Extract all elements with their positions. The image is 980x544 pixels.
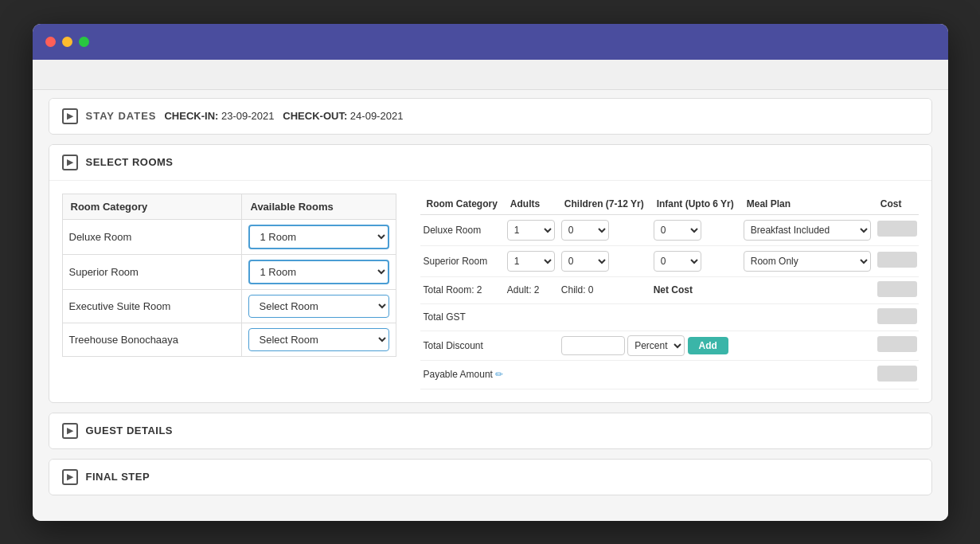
right-col-adults: Adults: [504, 194, 558, 215]
right-col-children: Children (7-12 Yr): [558, 194, 650, 215]
children-select-0[interactable]: 0123: [561, 220, 609, 241]
stay-dates-label: STAY DATES: [86, 110, 157, 122]
left-row-category-1: Superior Room: [62, 254, 242, 289]
right-meal-0: Breakfast IncludedRoom OnlyHalf BoardFul…: [740, 214, 874, 245]
checkout-label: CHECK-OUT:: [283, 110, 347, 122]
summary-totals-row: Total Room: 2Adult: 2Child: 0Net Cost: [420, 276, 919, 303]
select-rooms-header[interactable]: ▶ SELECT ROOMS: [49, 145, 931, 180]
right-children-0: 0123: [558, 214, 650, 245]
dates-info: CHECK-IN: 23-09-2021 CHECK-OUT: 24-09-20…: [164, 110, 403, 122]
stay-dates-icon: ▶: [62, 108, 78, 124]
final-step-title: FINAL STEP: [86, 471, 150, 483]
right-infant-1: 0123: [650, 245, 740, 276]
select-rooms-icon: ▶: [62, 155, 78, 170]
total-gst-row: Total GST: [420, 303, 919, 331]
discount-input[interactable]: [561, 336, 625, 355]
disc-cost: [874, 331, 919, 360]
infant-select-0[interactable]: 0123: [654, 220, 701, 241]
adults-select-0[interactable]: 1234: [507, 220, 555, 241]
left-row-category-2: Executive Suite Room: [62, 289, 242, 323]
room-select-3[interactable]: Select Room1 Room2 Rooms3 Rooms: [248, 328, 388, 351]
guest-details-icon: ▶: [62, 423, 78, 439]
discount-type-select[interactable]: PercentFixed: [627, 335, 685, 356]
right-col-meal: Meal Plan: [740, 194, 874, 215]
total-children: Child: 0: [558, 276, 650, 303]
right-infant-0: 0123: [650, 214, 740, 245]
payable-amount-label: Payable Amount ✏: [420, 360, 874, 389]
titlebar: [33, 24, 948, 60]
children-select-1[interactable]: 0123: [561, 251, 609, 272]
add-discount-button[interactable]: Add: [688, 337, 728, 354]
browser-window: ▶ STAY DATES CHECK-IN: 23-09-2021 CHECK-…: [33, 24, 948, 521]
final-step-icon: ▶: [62, 469, 78, 485]
net-cost: [874, 276, 919, 303]
rooms-content: Room Category Available Rooms Deluxe Roo…: [49, 181, 931, 402]
right-adults-1: 1234: [504, 245, 558, 276]
guest-details-header[interactable]: ▶ GUEST DETAILS: [49, 413, 931, 448]
left-row-select-1: Select Room1 Room2 Rooms3 Rooms: [242, 254, 396, 289]
address-bar: [33, 60, 948, 90]
select-rooms-section: ▶ SELECT ROOMS Room Category Available R…: [49, 144, 932, 403]
payable-amount-row: Payable Amount ✏: [420, 360, 919, 389]
right-col-infant: Infant (Upto 6 Yr): [650, 194, 740, 215]
left-room-table: Room Category Available Rooms Deluxe Roo…: [62, 194, 396, 389]
minimize-dot[interactable]: [62, 37, 72, 47]
total-discount-row: Total Discount PercentFixed Add: [420, 331, 919, 360]
left-row-select-3: Select Room1 Room2 Rooms3 Rooms: [242, 323, 396, 356]
meal-select-1[interactable]: Room OnlyBreakfast IncludedHalf BoardFul…: [744, 251, 871, 272]
adults-select-1[interactable]: 1234: [507, 251, 555, 272]
payable-edit-icon[interactable]: ✏: [495, 369, 503, 380]
room-select-0[interactable]: Select Room1 Room2 Rooms3 Rooms: [248, 225, 388, 249]
final-step-section: ▶ FINAL STEP: [49, 459, 932, 495]
total-discount-label: Total Discount: [420, 331, 558, 360]
room-select-2[interactable]: Select Room1 Room2 Rooms3 Rooms: [248, 295, 388, 318]
right-room-table: Room Category Adults Children (7-12 Yr) …: [420, 194, 919, 389]
guest-details-title: GUEST DETAILS: [86, 425, 174, 436]
left-row-select-0: Select Room1 Room2 Rooms3 Rooms: [242, 219, 396, 254]
right-cost-1: [874, 245, 919, 276]
right-meal-1: Room OnlyBreakfast IncludedHalf BoardFul…: [740, 245, 874, 276]
guest-details-section: ▶ GUEST DETAILS: [49, 413, 932, 449]
select-rooms-title: SELECT ROOMS: [86, 156, 174, 168]
right-children-1: 0123: [558, 245, 650, 276]
infant-select-1[interactable]: 0123: [654, 251, 701, 272]
right-col-category: Room Category: [420, 194, 504, 215]
room-select-1[interactable]: Select Room1 Room2 Rooms3 Rooms: [248, 260, 388, 284]
right-adults-0: 1234: [504, 214, 558, 245]
total-rooms: Total Room: 2: [420, 276, 504, 303]
right-table-row-0: Deluxe Room123401230123Breakfast Include…: [420, 214, 919, 245]
right-table-row-1: Superior Room123401230123Room OnlyBreakf…: [420, 245, 919, 276]
pay-cost: [874, 360, 919, 389]
final-step-header[interactable]: ▶ FINAL STEP: [49, 460, 931, 495]
right-cost-0: [874, 214, 919, 245]
left-row-category-0: Deluxe Room: [62, 219, 242, 254]
left-col2-header: Available Rooms: [242, 194, 396, 219]
discount-input-cell: PercentFixed Add: [558, 331, 874, 360]
right-cat-0: Deluxe Room: [420, 214, 504, 245]
net-cost-label: Net Cost: [650, 276, 874, 303]
checkout-value: 24-09-2021: [350, 110, 404, 122]
maximize-dot[interactable]: [79, 37, 89, 47]
gst-cost: [874, 303, 919, 331]
meal-select-0[interactable]: Breakfast IncludedRoom OnlyHalf BoardFul…: [744, 220, 871, 241]
close-dot[interactable]: [45, 37, 56, 47]
left-col1-header: Room Category: [62, 194, 242, 219]
total-gst-label: Total GST: [420, 303, 874, 331]
right-cat-1: Superior Room: [420, 245, 504, 276]
checkin-value: 23-09-2021: [221, 110, 275, 122]
stay-dates-section: ▶ STAY DATES CHECK-IN: 23-09-2021 CHECK-…: [49, 98, 932, 135]
checkin-label: CHECK-IN:: [164, 110, 218, 122]
right-col-cost: Cost: [874, 194, 919, 215]
stay-dates-header[interactable]: ▶ STAY DATES CHECK-IN: 23-09-2021 CHECK-…: [49, 99, 931, 134]
page-content: ▶ STAY DATES CHECK-IN: 23-09-2021 CHECK-…: [33, 90, 948, 521]
left-row-select-2: Select Room1 Room2 Rooms3 Rooms: [242, 289, 396, 323]
total-adults: Adult: 2: [504, 276, 558, 303]
left-row-category-3: Treehouse Bonochaaya: [62, 323, 242, 356]
